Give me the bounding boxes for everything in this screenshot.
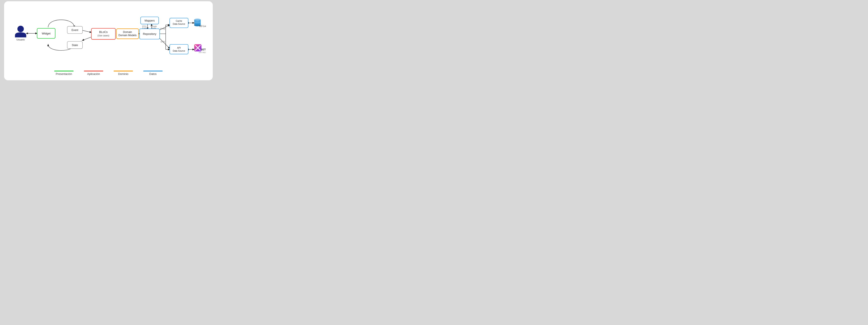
blocs-label2: (Use cases) [97,34,109,37]
legend-line-datos [143,70,163,71]
cache-ds-label2: Data Source [173,23,185,25]
legend-label-presentacion: Presentación [56,72,72,76]
api-ds-label1: API [177,47,181,49]
event-label: Event [72,28,79,31]
svg-line-2 [83,37,91,40]
entity-label: Entity [160,28,165,30]
api-rest-label: API REST [199,51,206,53]
legend-label-dominio: Dominio [118,72,128,76]
domain-models-label2: Domain Models [119,34,136,37]
legend-line-aplicacion [84,70,103,71]
legend-line-dominio [114,70,133,71]
legend-aplicacion: Aplicación [84,70,103,76]
blocs-box [91,28,116,39]
mappers-label: Mappers [145,19,155,22]
usuario-label: Usuario [17,38,25,41]
repository-label: Repository [143,32,156,35]
api-ds-box [170,45,188,54]
legend-datos: Datos [143,70,163,76]
legend-label-aplicacion: Aplicación [87,72,100,76]
user-icon [15,26,26,37]
api-ds-label2: Data Source [173,50,185,52]
diagram-area: Usuario Widget Event State BLoCs (Use ca… [11,7,206,65]
bd-local-label: BD Local [199,25,206,27]
svg-point-15 [18,26,24,32]
svg-line-1 [83,30,91,32]
legend-presentacion: Presentación [54,70,73,76]
widget-label: Widget [42,32,51,35]
cache-ds-label1: Cache [176,20,182,22]
svg-point-20 [194,19,201,21]
svg-point-19 [194,21,201,23]
state-label: State [72,43,78,47]
legend-line-presentacion [54,70,73,71]
blocs-label1: BLoCs [99,30,108,34]
dto-label: DTO [161,41,165,43]
legend: Presentación Aplicación Dominio Datos [11,68,206,76]
domain-models-label1: Domain [123,31,132,34]
jizt-label: JIZT [201,48,206,51]
legend-label-datos: Datos [149,72,157,76]
legend-dominio: Dominio [114,70,133,76]
jizt-logo [194,44,202,52]
main-card: Usuario Widget Event State BLoCs (Use ca… [4,1,213,80]
diagram-svg: Usuario Widget Event State BLoCs (Use ca… [11,7,206,65]
